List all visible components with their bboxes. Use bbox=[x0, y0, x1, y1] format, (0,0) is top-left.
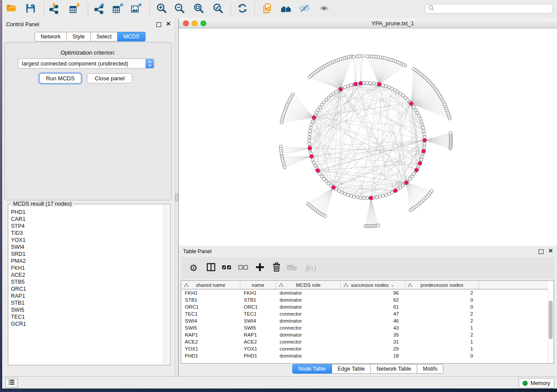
table-row[interactable]: SWI5SWI5connector431 bbox=[181, 324, 548, 331]
column-header-predecessor-nodes[interactable]: predecessor nodes bbox=[405, 281, 479, 289]
export-network-button[interactable] bbox=[92, 2, 107, 17]
network-titlebar[interactable]: YPA_prune.txt_1 bbox=[179, 18, 557, 28]
mcds-result-item[interactable]: SWI4 bbox=[9, 244, 163, 251]
zoom-selected-icon bbox=[212, 3, 224, 16]
first-neighbors-button[interactable] bbox=[279, 2, 294, 17]
table-row[interactable]: PHD1PHD1dominator180 bbox=[181, 352, 548, 359]
mcds-result-item[interactable]: FKH1 bbox=[9, 265, 163, 272]
criterion-select[interactable]: largest connected component (undirected) bbox=[18, 58, 154, 69]
mcds-result-list[interactable]: PHD1CAR1STP4TID3YOX1SWI4SRD1PMA2FKH1ACE2… bbox=[9, 209, 163, 364]
mcds-result-item[interactable]: PHD1 bbox=[9, 209, 163, 216]
memory-button[interactable]: Memory bbox=[519, 378, 554, 388]
mcds-result-item[interactable]: CAR1 bbox=[9, 216, 163, 223]
window-zoom-icon[interactable] bbox=[201, 21, 206, 26]
table-row[interactable]: ORC1ORC1dominator610 bbox=[181, 303, 548, 310]
tab-style[interactable]: Style bbox=[67, 32, 91, 41]
export-image-button[interactable] bbox=[129, 2, 144, 17]
control-panel: Control Panel ✕ NetworkStyleSelectMCDS O… bbox=[2, 18, 175, 376]
cell-successor-nodes: 61 bbox=[341, 303, 405, 310]
save-button[interactable] bbox=[23, 2, 38, 17]
column-settings-button[interactable]: ⚙ bbox=[187, 262, 200, 274]
chevron-down-icon: ⌄ bbox=[391, 282, 394, 287]
export-table-button[interactable] bbox=[111, 2, 125, 17]
mcds-result-item[interactable]: PMA2 bbox=[9, 258, 163, 265]
refresh-button[interactable] bbox=[235, 2, 250, 17]
task-history-button[interactable] bbox=[5, 378, 18, 388]
mcds-result-item[interactable]: YOX1 bbox=[9, 237, 163, 244]
cell-MCDS-role: connector bbox=[276, 324, 341, 331]
mcds-result-item[interactable]: TEC1 bbox=[9, 313, 163, 320]
tab-network-table[interactable]: Network Table bbox=[371, 364, 417, 374]
close-icon[interactable]: ✕ bbox=[548, 248, 553, 254]
mcds-result-item[interactable]: SWI5 bbox=[9, 306, 163, 313]
tab-edge-table[interactable]: Edge Table bbox=[332, 364, 371, 374]
search-input[interactable] bbox=[435, 5, 552, 12]
import-table-button[interactable] bbox=[67, 2, 82, 17]
table-row[interactable]: RAP1RAP1dominator352 bbox=[181, 331, 548, 338]
window-close-icon[interactable] bbox=[183, 21, 189, 26]
open-button[interactable] bbox=[4, 2, 19, 17]
share-document-button[interactable] bbox=[260, 2, 275, 17]
tab-network[interactable]: Network bbox=[35, 32, 67, 41]
column-header-shared-name[interactable]: shared name bbox=[181, 281, 240, 289]
tab-mcds[interactable]: MCDS bbox=[118, 32, 145, 41]
table-row[interactable]: STB1STB1dominator620 bbox=[181, 296, 548, 303]
float-window-icon[interactable] bbox=[156, 22, 161, 27]
column-header-successor-nodes[interactable]: successor nodes⌄ bbox=[341, 281, 405, 289]
splitter-grabber[interactable] bbox=[175, 193, 178, 201]
delete-column-button[interactable] bbox=[270, 262, 283, 274]
cell-shared-name: FKH1 bbox=[181, 289, 240, 296]
network-graph[interactable] bbox=[179, 28, 557, 246]
cell-successor-nodes: 47 bbox=[341, 310, 405, 317]
cell-name: SWI5 bbox=[240, 324, 276, 331]
table-row[interactable]: FKH1FKH1dominator962 bbox=[181, 289, 548, 296]
close-icon[interactable]: ✕ bbox=[166, 21, 171, 27]
tab-node-table[interactable]: Node Table bbox=[292, 364, 332, 374]
mcds-result-item[interactable]: TID3 bbox=[9, 230, 163, 237]
hide-selected-button[interactable] bbox=[297, 2, 312, 17]
table-row[interactable]: YOX1YOX1connector291 bbox=[181, 345, 548, 352]
mcds-result-item[interactable]: STP4 bbox=[9, 223, 163, 230]
mcds-result-item[interactable]: SRD1 bbox=[9, 251, 163, 258]
run-mcds-button[interactable]: Run MCDS bbox=[39, 73, 81, 83]
hide-eye-icon bbox=[299, 3, 310, 16]
network-canvas[interactable] bbox=[179, 28, 557, 246]
add-column-button[interactable] bbox=[254, 262, 266, 274]
scrollbar-thumb[interactable] bbox=[549, 301, 553, 339]
zoom-selected-button[interactable] bbox=[211, 2, 225, 17]
table-row[interactable]: ACE2ACE2connector311 bbox=[181, 338, 548, 345]
zoom-out-button[interactable] bbox=[172, 2, 187, 17]
float-window-icon[interactable] bbox=[539, 249, 543, 254]
mcds-result-item[interactable]: ORC1 bbox=[9, 285, 163, 292]
delete-table-icon bbox=[287, 262, 298, 274]
import-network-button[interactable] bbox=[47, 2, 62, 17]
cell-name: STB1 bbox=[240, 296, 276, 303]
mcds-result-item[interactable]: STB1 bbox=[9, 299, 163, 306]
mcds-result-item[interactable]: STB5 bbox=[9, 279, 163, 285]
tab-motifs[interactable]: Motifs bbox=[417, 364, 443, 374]
select-all-columns-button[interactable] bbox=[221, 262, 233, 274]
mcds-result-item[interactable]: RAP1 bbox=[9, 292, 163, 299]
zoom-in-button[interactable] bbox=[154, 2, 169, 17]
search-box[interactable] bbox=[425, 4, 553, 14]
mcds-result-item[interactable]: GCR1 bbox=[9, 320, 163, 327]
table-row[interactable]: TEC1TEC1connector472 bbox=[181, 310, 548, 317]
table-scrollbar[interactable] bbox=[548, 289, 554, 363]
status-bar: Memory bbox=[2, 376, 557, 389]
close-panel-button[interactable]: Close panel bbox=[87, 73, 132, 83]
zoom-fit-button[interactable] bbox=[191, 2, 206, 17]
panel-splitter[interactable] bbox=[175, 18, 178, 376]
toggle-column-panel-button[interactable] bbox=[205, 262, 217, 274]
table-panel-title: Table Panel bbox=[183, 248, 211, 254]
table-header-row: shared namenameMCDS rolesuccessor nodes⌄… bbox=[181, 281, 548, 289]
table-row[interactable]: SWI4SWI4dominator462 bbox=[181, 317, 548, 324]
gear-icon: ⚙ bbox=[190, 263, 198, 273]
column-header-name[interactable]: name bbox=[240, 281, 276, 289]
tab-select[interactable]: Select bbox=[91, 32, 118, 41]
deselect-all-columns-button[interactable] bbox=[237, 262, 249, 274]
result-scrollbar[interactable] bbox=[163, 205, 169, 364]
window-minimize-icon[interactable] bbox=[192, 21, 197, 26]
column-header-MCDS-role[interactable]: MCDS role bbox=[276, 281, 341, 289]
show-all-button[interactable] bbox=[317, 2, 332, 17]
mcds-result-item[interactable]: ACE2 bbox=[9, 272, 163, 279]
